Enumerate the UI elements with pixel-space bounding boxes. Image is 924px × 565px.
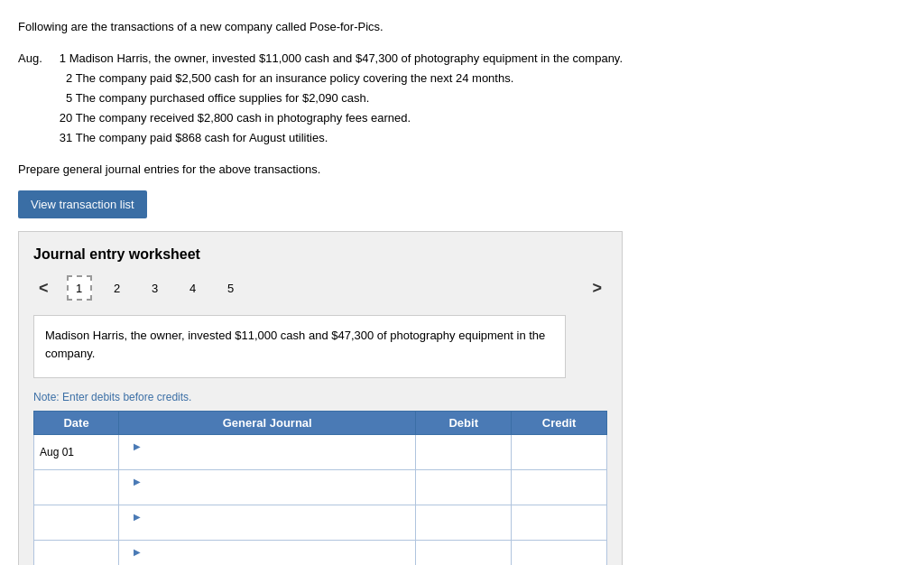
transactions-list: Aug. 1 Madison Harris, the owner, invest… — [18, 49, 906, 148]
worksheet-title: Journal entry worksheet — [33, 246, 607, 263]
entry-cell-3[interactable]: ▶ — [119, 505, 416, 541]
transaction-row-1: 1 Madison Harris, the owner, invested $1… — [53, 49, 623, 69]
credit-cell-3[interactable] — [512, 505, 607, 541]
tab-navigation: < 1 2 3 4 5 > — [33, 275, 607, 301]
tab-numbers: 1 2 3 4 5 — [67, 275, 244, 301]
debit-cell-2[interactable] — [416, 470, 512, 505]
note-text: Note: Enter debits before credits. — [33, 391, 607, 403]
entry-input-2[interactable] — [134, 488, 410, 501]
prepare-instructions: Prepare general journal entries for the … — [18, 161, 906, 179]
journal-table: Date General Journal Debit Credit Aug 01… — [33, 411, 607, 565]
table-row: ▶ — [34, 470, 607, 505]
credit-cell-2[interactable] — [512, 470, 607, 505]
row-indicator-4: ▶ — [134, 547, 141, 557]
table-row: ▶ — [34, 541, 607, 565]
transaction-description: Madison Harris, the owner, invested $11,… — [33, 315, 566, 378]
transaction-row-5: 31 The company paid $868 cash for August… — [53, 128, 623, 148]
prev-tab-button[interactable]: < — [33, 277, 54, 300]
general-journal-header: General Journal — [119, 412, 416, 435]
entry-cell-1[interactable]: ▶ — [119, 435, 416, 470]
journal-entry-worksheet: Journal entry worksheet < 1 2 3 4 5 > Ma… — [18, 231, 623, 565]
entry-cell-4[interactable]: ▶ — [119, 541, 416, 565]
debit-cell-4[interactable] — [416, 541, 512, 565]
credit-header: Credit — [512, 412, 607, 435]
tab-2[interactable]: 2 — [105, 275, 130, 301]
date-cell-3 — [34, 505, 119, 541]
entry-input-3[interactable] — [134, 523, 410, 536]
debit-input-3[interactable] — [421, 517, 505, 530]
date-cell-1: Aug 01 — [34, 435, 119, 470]
tab-3[interactable]: 3 — [143, 275, 168, 301]
tab-1[interactable]: 1 — [67, 275, 92, 301]
date-cell-4 — [34, 541, 119, 565]
transaction-row-3: 5 The company purchased office supplies … — [53, 88, 623, 108]
table-row: Aug 01 ▶ — [34, 435, 607, 470]
debit-input-4[interactable] — [421, 552, 505, 565]
table-row: ▶ — [34, 505, 607, 541]
date-cell-2 — [34, 470, 119, 505]
credit-input-1[interactable] — [517, 447, 601, 459]
entry-input-1[interactable] — [134, 453, 410, 466]
tab-5[interactable]: 5 — [218, 275, 244, 301]
credit-input-2[interactable] — [517, 482, 601, 495]
row-indicator-1: ▶ — [134, 441, 141, 451]
view-transaction-list-button[interactable]: View transaction list — [18, 190, 147, 218]
month-label: Aug. — [18, 49, 50, 69]
credit-input-4[interactable] — [517, 552, 601, 565]
debit-cell-3[interactable] — [416, 505, 512, 541]
debit-header: Debit — [416, 412, 512, 435]
entry-cell-2[interactable]: ▶ — [119, 470, 416, 505]
transaction-row-4: 20 The company received $2,800 cash in p… — [53, 108, 623, 128]
debit-cell-1[interactable] — [416, 435, 512, 470]
next-tab-button[interactable]: > — [587, 277, 607, 300]
date-header: Date — [34, 412, 119, 435]
intro-paragraph: Following are the transactions of a new … — [18, 18, 906, 36]
debit-input-1[interactable] — [421, 447, 505, 459]
credit-cell-1[interactable] — [512, 435, 607, 470]
debit-input-2[interactable] — [421, 482, 505, 495]
tab-4[interactable]: 4 — [180, 275, 206, 301]
credit-input-3[interactable] — [517, 517, 601, 530]
credit-cell-4[interactable] — [512, 541, 607, 565]
entry-input-4[interactable] — [134, 559, 410, 565]
row-indicator-3: ▶ — [134, 512, 141, 522]
transaction-entries: 1 Madison Harris, the owner, invested $1… — [53, 49, 623, 148]
row-indicator-2: ▶ — [134, 477, 141, 486]
transaction-row-2: 2 The company paid $2,500 cash for an in… — [53, 69, 623, 88]
